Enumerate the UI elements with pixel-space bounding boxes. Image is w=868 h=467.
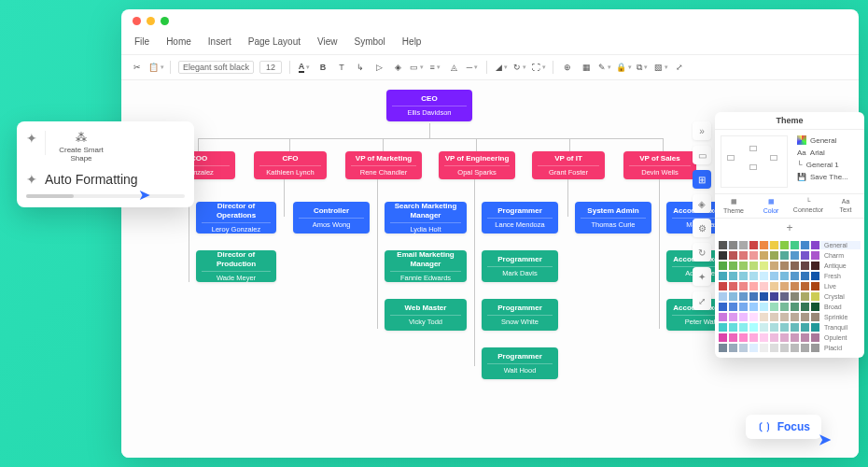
swatch[interactable] [760,333,768,342]
opt-general1[interactable]: └General 1 [797,161,861,169]
palette-row[interactable]: Crystal [719,292,861,301]
swatch[interactable] [801,292,809,301]
node-cfo[interactable]: CFOKathleen Lynch [254,151,327,179]
tab-theme[interactable]: ▦Theme [715,194,752,218]
swatch[interactable] [801,272,809,280]
swatch[interactable] [719,292,727,301]
swatch[interactable] [791,241,799,249]
swatch[interactable] [770,313,778,321]
swatch[interactable] [739,333,748,342]
triangle-icon[interactable]: ◬ [447,61,460,74]
menu-symbol[interactable]: Symbol [355,36,385,47]
zoom-icon[interactable]: ⊕ [561,61,574,74]
palette-row[interactable]: Placid [719,344,861,352]
menu-page-layout[interactable]: Page Layout [248,36,301,47]
shape-icon[interactable]: ▭ [410,61,423,74]
node-dir-ops[interactable]: Director of OperationsLeroy Gonzalez [196,202,276,234]
swatch[interactable] [760,344,768,352]
sparkle-small[interactable]: ✦ [26,131,37,146]
swatch[interactable] [760,303,768,311]
swatch[interactable] [791,313,799,321]
swatch[interactable] [811,313,819,321]
swatch[interactable] [791,303,799,311]
swatch[interactable] [791,292,799,301]
side-ai-icon[interactable]: ✦ [693,267,711,286]
node-vp-marketing[interactable]: VP of MarketingRene Chandler [345,151,422,179]
pen-icon[interactable]: ✎ [598,61,611,74]
swatch[interactable] [801,323,809,332]
swatch[interactable] [791,272,799,280]
slider[interactable] [26,194,185,198]
node-email-mkt[interactable]: Email Marketing ManagerFannie Edwards [385,250,467,282]
swatch[interactable] [729,241,737,249]
swatch[interactable] [811,241,819,249]
swatch[interactable] [749,282,758,290]
palette-row[interactable]: General [719,241,861,249]
side-theme-icon[interactable]: ⊞ [693,170,711,189]
swatch[interactable] [719,262,727,270]
palette-row[interactable]: Fresh [719,272,861,280]
swatch[interactable] [791,344,799,352]
min-dot[interactable] [147,17,155,25]
swatch[interactable] [749,251,758,260]
swatch[interactable] [729,251,737,260]
swatch[interactable] [739,272,748,280]
node-vp-engineering[interactable]: VP of EngineeringOpal Sparks [439,151,515,179]
size-select[interactable]: 12 [259,61,282,74]
swatch[interactable] [739,292,748,301]
node-vp-sales[interactable]: VP of SalesDevin Wells [623,151,696,179]
swatch[interactable] [719,282,727,290]
tab-connector[interactable]: └Connector [790,194,827,218]
opt-general[interactable]: General [797,135,861,145]
menu-home[interactable]: Home [166,36,191,47]
swatch[interactable] [749,344,758,352]
swatch[interactable] [801,313,809,321]
bold-icon[interactable]: B [316,61,329,74]
swatch[interactable] [811,292,819,301]
theme-preview[interactable] [721,135,788,188]
swatch[interactable] [770,333,778,342]
swatch[interactable] [801,333,809,342]
node-controller[interactable]: ControllerAmos Wong [293,202,370,234]
palette-row[interactable]: Sprinkle [719,313,861,321]
text-icon[interactable]: T [335,61,348,74]
swatch[interactable] [791,282,799,290]
swatch[interactable] [801,282,809,290]
lock-icon[interactable]: 🔒 [617,61,630,74]
swatch[interactable] [811,303,819,311]
swatch[interactable] [719,303,727,311]
layers-icon[interactable]: ◈ [391,61,404,74]
side-style-icon[interactable]: ▭ [693,146,711,164]
swatch[interactable] [811,251,819,260]
swatch[interactable] [791,323,799,332]
swatch[interactable] [749,333,758,342]
swatch[interactable] [729,323,737,332]
swatch[interactable] [729,262,737,270]
swatch[interactable] [760,282,768,290]
add-theme[interactable]: + [715,218,864,237]
swatch[interactable] [719,333,727,342]
opt-save[interactable]: 💾Save The... [797,173,861,181]
swatch[interactable] [749,241,758,249]
swatch[interactable] [780,292,789,301]
node-programmer-3[interactable]: ProgrammerSnow White [482,299,558,331]
grid-icon[interactable]: ▦ [580,61,593,74]
side-collapse-icon[interactable]: » [693,121,711,140]
swatch[interactable] [749,272,758,280]
side-layers-icon[interactable]: ◈ [693,194,711,213]
swatch[interactable] [719,344,727,352]
node-programmer-4[interactable]: ProgrammerWalt Hood [482,347,558,379]
swatch[interactable] [749,292,758,301]
swatch[interactable] [729,292,737,301]
swatch[interactable] [729,313,737,321]
node-search-mkt[interactable]: Search Marketing ManagerLydia Holt [385,202,467,234]
max-dot[interactable] [161,17,169,25]
swatch[interactable] [780,323,789,332]
menu-help[interactable]: Help [402,36,422,47]
swatch[interactable] [739,313,748,321]
swatch[interactable] [770,272,778,280]
swatch[interactable] [719,323,727,332]
node-vp-it[interactable]: VP of ITGrant Foster [532,151,605,179]
swatch[interactable] [729,333,737,342]
opt-font[interactable]: AaArial [797,149,861,157]
